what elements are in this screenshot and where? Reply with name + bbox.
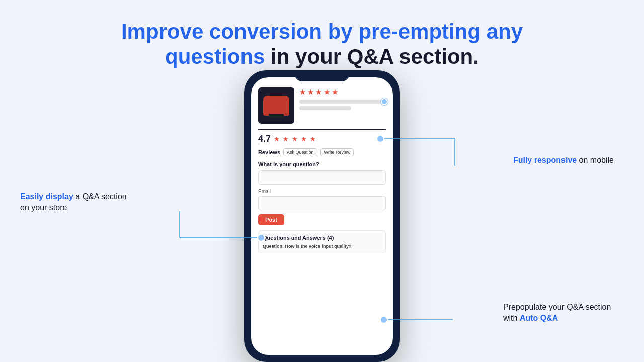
header: Improve conversion by pre-empting any qu…	[0, 0, 644, 80]
question-input[interactable]	[258, 170, 386, 185]
tabs-row: Reviews Ask Question Write Review	[258, 148, 386, 156]
rating-star-5: ★	[310, 135, 316, 143]
ann-right-bottom-highlight: Auto Q&A	[520, 314, 558, 322]
phone-screen: ★ ★ ★ ★ ★ 4.7 ★ ★	[251, 77, 393, 355]
rating-star-3: ★	[292, 135, 298, 143]
star-1: ★	[299, 87, 306, 97]
annotation-right-top: Fully responsive on mobile	[513, 156, 614, 165]
stars-row: ★ ★ ★ ★ ★	[299, 87, 386, 97]
ask-question-btn[interactable]: Ask Question	[283, 148, 317, 156]
annotation-left: Easily display a Q&A section on your sto…	[20, 191, 131, 214]
main-heading: Improve conversion by pre-empting any qu…	[50, 19, 594, 70]
product-image	[258, 87, 294, 124]
qa-section-title: Questions and Answers (4)	[263, 235, 381, 241]
heading-line2-suffix: in your Q&A section.	[265, 45, 479, 68]
phone-frame: ★ ★ ★ ★ ★ 4.7 ★ ★	[244, 70, 400, 362]
write-review-btn[interactable]: Write Review	[320, 148, 354, 156]
heading-line1: Improve conversion by pre-empting any	[121, 20, 523, 43]
dot-indicator-top	[381, 98, 388, 105]
reviews-label: Reviews	[258, 149, 280, 155]
placeholder-line-1	[299, 100, 386, 104]
star-2: ★	[307, 87, 314, 97]
product-info: ★ ★ ★ ★ ★	[299, 87, 386, 124]
qa-question-prefix: Question:	[263, 244, 284, 249]
ann-right-top-rest: on mobile	[577, 156, 614, 164]
annotation-right-bottom: Prepopulate your Q&A section with Auto Q…	[503, 302, 614, 324]
star-3: ★	[315, 87, 322, 97]
qa-question: Question: How is the voice input quality…	[263, 244, 381, 249]
question-label: What is your question?	[258, 161, 386, 167]
ann-right-top-highlight: Fully responsive	[513, 156, 577, 164]
phone-notch	[294, 70, 350, 81]
rating-star-2: ★	[283, 135, 289, 143]
heading-questions: questions	[165, 45, 265, 68]
email-input[interactable]	[258, 196, 386, 210]
qa-question-text: How is the voice input quality?	[285, 244, 352, 249]
rating-number: 4.7	[258, 134, 271, 144]
phone-mockup: ★ ★ ★ ★ ★ 4.7 ★ ★	[244, 70, 400, 362]
post-button[interactable]: Post	[258, 214, 284, 225]
divider	[258, 129, 386, 130]
product-image-shape	[263, 96, 289, 116]
rating-star-4: ★	[301, 135, 307, 143]
star-5: ★	[332, 87, 338, 97]
ann-left-highlight: Easily display	[20, 192, 73, 201]
placeholder-line-2	[299, 106, 351, 110]
rating-star-1: ★	[274, 135, 280, 143]
star-4: ★	[324, 87, 330, 97]
rating-row: 4.7 ★ ★ ★ ★ ★	[258, 134, 386, 144]
gray-line-1	[299, 100, 386, 104]
product-row: ★ ★ ★ ★ ★	[258, 87, 386, 124]
qa-section: Questions and Answers (4) Question: How …	[258, 230, 386, 253]
email-label: Email	[258, 189, 386, 194]
